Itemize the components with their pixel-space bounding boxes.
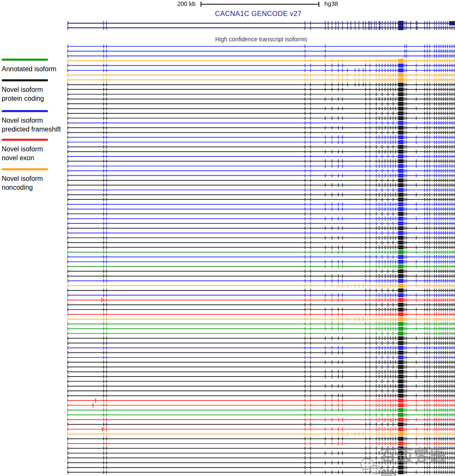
exon-block — [399, 288, 404, 293]
exon-block — [399, 107, 404, 111]
isoform-row — [68, 408, 455, 412]
isoform-row — [68, 427, 455, 432]
isoform-row — [68, 78, 455, 82]
exon-block — [399, 97, 404, 101]
isoform-row — [68, 83, 455, 87]
exon-block — [399, 135, 404, 140]
exon-block — [399, 159, 404, 164]
isoform-row — [68, 111, 455, 116]
isoform-row — [68, 49, 455, 53]
isoform-row — [68, 317, 455, 321]
isoform-row — [68, 102, 455, 106]
exon-block — [399, 327, 404, 331]
isoform-row — [68, 154, 455, 159]
exon-block — [399, 312, 404, 317]
isoform-row — [68, 341, 455, 345]
isoform-row — [68, 231, 455, 235]
exon-block — [399, 418, 404, 422]
exon-block — [399, 269, 404, 274]
exon-block — [399, 341, 404, 345]
isoform-row — [68, 202, 455, 207]
isoform-row — [68, 298, 455, 302]
exon-block — [399, 322, 404, 326]
isoform-row — [68, 293, 455, 297]
isoform-row — [68, 389, 455, 393]
isoform-row — [68, 413, 455, 417]
exon-block — [399, 145, 404, 149]
exon-block — [399, 169, 404, 173]
exon-block — [399, 212, 404, 216]
exon-block — [399, 279, 404, 283]
gene-model-track — [68, 21, 455, 30]
isoform-row — [68, 336, 455, 341]
isoform-row — [68, 360, 455, 364]
figure-canvas: 200 kb hg38 CACNA1C GENCODE v27 High con… — [0, 0, 455, 476]
exon-block — [399, 307, 404, 312]
exon-block — [399, 355, 404, 360]
isoform-row — [68, 365, 455, 369]
exon-block — [399, 274, 404, 278]
exon-block — [399, 394, 404, 398]
exon-block — [399, 126, 404, 130]
exon-block — [399, 346, 404, 350]
isoform-row — [68, 274, 455, 278]
exon-block — [399, 102, 404, 106]
isoform-row — [68, 140, 455, 144]
exon-block — [399, 374, 404, 379]
isoform-row — [68, 87, 455, 91]
exon-block — [399, 250, 404, 254]
exon-block — [399, 236, 404, 240]
exon-block — [399, 68, 404, 73]
isoform-row — [68, 312, 455, 317]
isoform-row — [68, 116, 455, 120]
exon-block — [399, 131, 404, 135]
exon-block — [399, 83, 404, 87]
isoform-row — [68, 131, 455, 135]
exon-block — [399, 408, 404, 412]
isoform-row — [68, 126, 455, 130]
exon-block — [399, 432, 404, 436]
isoform-row — [68, 398, 455, 403]
exon-block — [399, 365, 404, 369]
isoform-row — [68, 250, 455, 254]
wechat-bubbles-icon — [359, 455, 381, 476]
exon-block — [399, 87, 404, 91]
isoform-row — [68, 394, 455, 398]
exon-block — [399, 78, 404, 82]
isoform-row — [68, 307, 455, 312]
exon-block — [399, 264, 404, 269]
isoform-row — [68, 193, 455, 197]
exon-block — [399, 116, 404, 120]
exon-block — [399, 331, 404, 336]
exon-block — [399, 360, 404, 364]
exon-block — [399, 64, 404, 68]
isoform-row — [68, 217, 455, 221]
isoform-row — [68, 150, 455, 154]
isoform-row — [68, 327, 455, 331]
exon-block — [399, 164, 404, 168]
isoform-row — [68, 422, 455, 427]
exon-block — [399, 303, 404, 307]
isoform-row — [68, 403, 455, 408]
exon-block — [399, 193, 404, 197]
exon-block — [399, 298, 404, 302]
isoform-row — [68, 384, 455, 388]
isoform-row — [68, 73, 455, 77]
exon-block — [399, 92, 404, 97]
isoform-row — [68, 260, 455, 264]
isoform-row — [68, 145, 455, 149]
exon-block — [399, 188, 404, 192]
isoform-row — [68, 45, 455, 48]
exon-block — [399, 140, 404, 144]
isoform-row — [68, 241, 455, 245]
exon-block — [399, 293, 404, 297]
isoform-row — [68, 188, 455, 192]
isoform-row — [68, 432, 455, 436]
exon-block — [399, 207, 404, 211]
isoform-row — [68, 370, 455, 374]
exon-block — [399, 59, 404, 63]
isoform-row — [68, 322, 455, 326]
exon-block — [399, 197, 404, 202]
three-prime-block — [449, 21, 455, 25]
exon-block — [399, 398, 404, 403]
